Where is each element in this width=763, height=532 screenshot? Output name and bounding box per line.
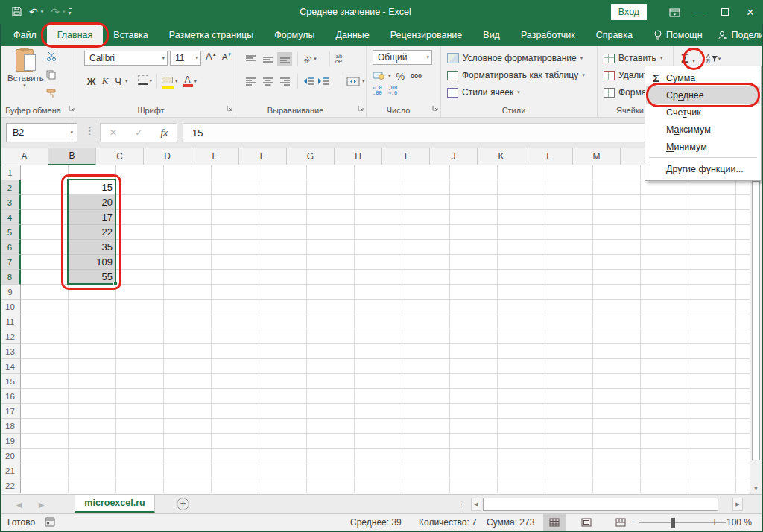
cell-B14[interactable]	[69, 359, 116, 374]
ribbon-display-options-icon[interactable]	[662, 2, 687, 22]
cell-D14[interactable]	[164, 359, 212, 374]
cell-G7[interactable]	[307, 255, 355, 270]
cell-A11[interactable]	[21, 314, 69, 329]
cell-G2[interactable]	[307, 180, 355, 195]
row-header-7[interactable]: 7	[0, 255, 21, 270]
name-box-dropdown-icon[interactable]: ▾	[66, 124, 77, 142]
sign-in-button[interactable]: Вход	[611, 4, 647, 20]
cell-M4[interactable]	[593, 210, 641, 225]
cell-L22[interactable]	[545, 478, 593, 493]
align-left-icon[interactable]	[243, 75, 258, 88]
cell-D19[interactable]	[164, 434, 212, 449]
row-header-6[interactable]: 6	[0, 240, 21, 255]
cell-K21[interactable]	[498, 463, 545, 478]
cell-B3[interactable]: 20	[69, 195, 116, 210]
cell-D12[interactable]	[164, 329, 212, 344]
cell-M12[interactable]	[593, 329, 641, 344]
borders-icon[interactable]	[138, 75, 148, 88]
cell-F13[interactable]	[259, 344, 307, 359]
cell-F1[interactable]	[259, 165, 307, 180]
undo-dropdown-icon[interactable]: ▾	[41, 9, 44, 15]
cell-G10[interactable]	[307, 300, 355, 314]
cell-A21[interactable]	[21, 463, 69, 478]
cell-F19[interactable]	[259, 434, 307, 449]
cell-C21[interactable]	[116, 463, 164, 478]
cell-H6[interactable]	[355, 240, 402, 255]
cell-A8[interactable]	[21, 270, 69, 285]
cell-A19[interactable]	[21, 434, 69, 449]
cell-I1[interactable]	[402, 165, 450, 180]
cell-K3[interactable]	[498, 195, 545, 210]
cell-L21[interactable]	[545, 463, 593, 478]
cell-L17[interactable]	[545, 404, 593, 419]
undo-icon[interactable]: ↶	[29, 7, 38, 17]
cell-L19[interactable]	[545, 434, 593, 449]
cell-A1[interactable]	[21, 165, 69, 180]
cell-L3[interactable]	[545, 195, 593, 210]
cell-J4[interactable]	[450, 210, 498, 225]
cell-I6[interactable]	[402, 240, 450, 255]
merge-center-icon[interactable]	[346, 77, 360, 86]
align-center-icon[interactable]	[260, 75, 275, 88]
cell-G12[interactable]	[307, 329, 355, 344]
align-top-icon[interactable]	[243, 52, 258, 66]
bold-button[interactable]: Ж	[85, 76, 98, 87]
cell-M2[interactable]	[593, 180, 641, 195]
cell-styles-button[interactable]: Стили ячеек▾	[447, 84, 585, 101]
cell-L16[interactable]	[545, 389, 593, 404]
cell-B2[interactable]: 15	[69, 180, 116, 195]
cell-G22[interactable]	[307, 478, 355, 493]
cell-A5[interactable]	[21, 225, 69, 240]
cell-H21[interactable]	[355, 463, 402, 478]
insert-function-icon[interactable]: fx	[161, 127, 168, 139]
cell-K14[interactable]	[498, 359, 545, 374]
tab-Формулы[interactable]: Формулы	[264, 24, 325, 46]
cell[interactable]	[641, 195, 688, 210]
conditional-formatting-button[interactable]: Условное форматирование▾	[447, 50, 585, 66]
column-header-C[interactable]: C	[96, 148, 144, 165]
cell-I15[interactable]	[402, 374, 450, 389]
cell-J9[interactable]	[450, 285, 498, 300]
cell-J20[interactable]	[450, 449, 498, 463]
cell-H10[interactable]	[355, 300, 402, 314]
cut-icon[interactable]	[46, 51, 57, 64]
row-header-15[interactable]: 15	[0, 374, 21, 389]
cell-G9[interactable]	[307, 285, 355, 300]
cell-H8[interactable]	[355, 270, 402, 285]
cell-E15[interactable]	[212, 374, 259, 389]
cell-I13[interactable]	[402, 344, 450, 359]
cell-B1[interactable]	[69, 165, 116, 180]
cell-G15[interactable]	[307, 374, 355, 389]
cell-D2[interactable]	[164, 180, 212, 195]
cell-G19[interactable]	[307, 434, 355, 449]
cell[interactable]	[688, 300, 736, 314]
cell-C7[interactable]	[116, 255, 164, 270]
wrap-text-icon[interactable]: abc↵	[335, 54, 343, 64]
cell-G18[interactable]	[307, 419, 355, 434]
cell-K7[interactable]	[498, 255, 545, 270]
cell-H5[interactable]	[355, 225, 402, 240]
row-header-21[interactable]: 21	[0, 463, 21, 478]
cell-E16[interactable]	[212, 389, 259, 404]
font-name-combo[interactable]: Calibri▾	[84, 51, 168, 66]
column-header-B[interactable]: B	[48, 148, 96, 165]
cell-M5[interactable]	[593, 225, 641, 240]
close-button[interactable]: ✕	[738, 2, 763, 22]
cell-G11[interactable]	[307, 314, 355, 329]
zoom-slider-thumb[interactable]	[671, 518, 675, 528]
cell-C22[interactable]	[116, 478, 164, 493]
cell-G20[interactable]	[307, 449, 355, 463]
cell-D7[interactable]	[164, 255, 212, 270]
row-header-2[interactable]: 2	[0, 180, 21, 195]
cell-B13[interactable]	[69, 344, 116, 359]
cell-B19[interactable]	[69, 434, 116, 449]
cell-A22[interactable]	[21, 478, 69, 493]
cell-M7[interactable]	[593, 255, 641, 270]
tab-Справка[interactable]: Справка	[586, 24, 643, 46]
cell-I2[interactable]	[402, 180, 450, 195]
cell-B7[interactable]: 109	[69, 255, 116, 270]
cell-D20[interactable]	[164, 449, 212, 463]
cell-J12[interactable]	[450, 329, 498, 344]
menu-item-Среднее[interactable]: Среднее	[646, 86, 760, 104]
cell-C12[interactable]	[116, 329, 164, 344]
